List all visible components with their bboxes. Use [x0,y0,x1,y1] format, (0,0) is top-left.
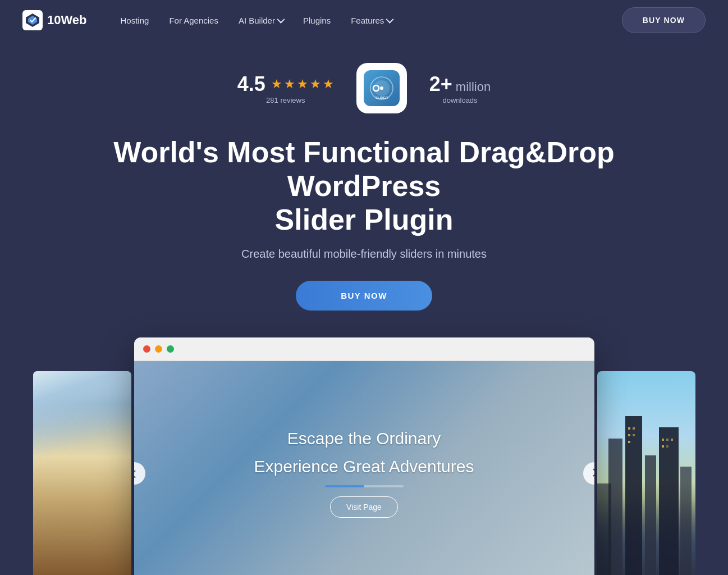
slider-next-button[interactable] [583,462,594,485]
svg-rect-14 [633,434,635,436]
svg-rect-8 [659,427,679,575]
svg-point-3 [380,86,383,90]
nav-for-agencies[interactable]: For Agencies [169,16,218,25]
browser-window: Escape the Ordinary Experience Great Adv… [134,337,594,575]
logo[interactable]: 10Web [22,10,87,30]
svg-rect-12 [633,427,635,430]
slider-progress [325,485,404,487]
navbar: 10Web Hosting For Agencies AI Builder Pl… [0,0,728,40]
chevron-left-icon [134,471,139,478]
browser-mockup-wrap: Escape the Ordinary Experience Great Adv… [44,337,684,575]
window-dot-green [167,345,174,353]
browser-bar [134,337,594,361]
slider-progress-fill [325,485,364,487]
downloads-label: million [456,80,491,94]
rating-stat: 4.5 ★ ★ ★ ★ ★ 281 reviews [237,72,334,104]
star-2: ★ [284,77,295,92]
star-rating: ★ ★ ★ ★ ★ [271,77,334,92]
slider-prev-button[interactable] [134,462,145,485]
hero-heading: World's Most Functional Drag&Drop WordPr… [112,136,617,236]
visit-page-button[interactable]: Visit Page [330,496,398,518]
star-5: ★ [323,77,334,92]
nav-links: Hosting For Agencies AI Builder Plugins … [121,16,622,25]
slider-heading-1: Escape the Ordinary [287,429,441,448]
svg-rect-17 [666,439,669,441]
downloads-sub: downloads [442,96,477,104]
hero-subheading: Create beautiful mobile-friendly sliders… [241,248,487,261]
slider-heading-2: Experience Great Adventures [254,457,474,476]
nav-ai-builder[interactable]: AI Builder [239,16,283,25]
svg-rect-7 [645,455,656,575]
nav-features[interactable]: Features [351,16,392,25]
svg-rect-11 [628,427,630,430]
svg-rect-15 [628,441,630,443]
nav-hosting[interactable]: Hosting [121,16,149,25]
svg-rect-18 [671,439,673,441]
plugin-logo-inner: SLIDER [364,70,400,106]
logo-icon [22,10,43,30]
chevron-right-icon [589,469,594,477]
chevron-down-icon [386,16,394,24]
svg-rect-19 [662,445,664,448]
stats-row: 4.5 ★ ★ ★ ★ ★ 281 reviews [237,63,491,113]
window-dot-orange [155,345,162,353]
reviews-count: 281 reviews [266,96,305,104]
mountain-image [33,371,131,575]
star-1: ★ [271,77,282,92]
svg-rect-20 [666,445,669,448]
buy-now-hero-button[interactable]: BUY NOW [296,281,432,311]
city-buildings-icon [597,371,695,575]
downloads-stat: 2+ million downloads [429,72,491,104]
svg-rect-10 [597,483,611,575]
rating-number: 4.5 [237,72,265,96]
slider-icon: SLIDER [368,74,396,102]
nav-plugins[interactable]: Plugins [303,16,331,25]
downloads-number-row: 2+ million [429,72,491,96]
browser-content: Escape the Ordinary Experience Great Adv… [134,361,594,575]
hero-section: 4.5 ★ ★ ★ ★ ★ 281 reviews [0,40,728,575]
svg-rect-16 [662,439,664,441]
svg-rect-13 [628,434,630,436]
svg-text:SLIDER: SLIDER [376,96,388,99]
star-3: ★ [297,77,308,92]
side-panel-left [33,371,131,575]
window-dot-red [143,345,150,353]
svg-rect-9 [680,467,692,575]
downloads-number: 2+ [429,72,452,96]
city-image [597,371,695,575]
buy-now-nav-button[interactable]: BUY NOW [622,7,706,33]
svg-rect-6 [625,416,642,575]
side-panel-right [597,371,695,575]
chevron-down-icon [277,16,285,24]
logo-text: 10Web [47,13,87,28]
star-4: ★ [310,77,321,92]
plugin-logo: SLIDER [356,63,407,113]
